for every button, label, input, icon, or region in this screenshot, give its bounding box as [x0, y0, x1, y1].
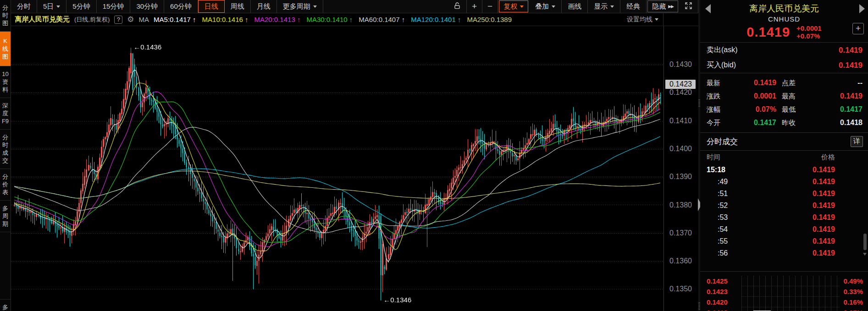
ladder-grid	[741, 297, 840, 307]
sidebar-item-depth-f9[interactable]: 深度F9	[0, 98, 11, 130]
period-5min-label: 5分钟	[72, 2, 90, 11]
zoom-out-button[interactable]: −	[482, 0, 498, 13]
fullscreen-button[interactable]	[679, 0, 698, 13]
classic-label: 经典	[626, 2, 640, 11]
overlay-button[interactable]: 叠加	[529, 0, 562, 13]
zoom-in-label: +	[472, 1, 477, 11]
lock-button[interactable]	[448, 0, 467, 13]
price-change: +0.0001 +0.07%	[796, 24, 822, 40]
stat-value: 0.1417	[810, 104, 862, 115]
period-30min-tab[interactable]: 30分钟	[130, 0, 164, 13]
sidebar-item-f10-info[interactable]: 10资料	[0, 66, 11, 98]
ma-settings-button[interactable]: 设置均线	[627, 16, 660, 24]
chevron-down-icon	[552, 5, 555, 8]
period-timeshare-tab[interactable]: 分时	[11, 0, 37, 13]
tick-row: :560.1419	[700, 247, 868, 259]
add-to-watchlist-button[interactable]: +	[852, 23, 864, 34]
period-more-tab[interactable]: 更多周期	[277, 0, 323, 13]
chart-main-area: 分时5日5分钟15分钟30分钟60分钟日线周线月线更多周期 +−复权叠加画线显示…	[11, 0, 698, 311]
zoom-in-button[interactable]: +	[467, 0, 482, 13]
chevron-down-icon	[520, 5, 524, 8]
stat-label: 今开	[707, 117, 732, 129]
period-5min-tab[interactable]: 5分钟	[66, 0, 96, 13]
scrollbar-thumb[interactable]	[863, 234, 867, 250]
chart-mode-label: (日线,前复权)	[74, 16, 110, 24]
tick-section-header: 分时成交 详	[700, 133, 868, 150]
tick-detail-button[interactable]: 详	[851, 136, 863, 147]
sidebar-item-kline-chart[interactable]: K线图	[0, 32, 11, 66]
sidebar-item-timeshare-chart[interactable]: 分时图	[0, 0, 11, 32]
ma-prefix-label: MA	[139, 16, 149, 23]
chart-header: 离岸人民币兑美元 (日线,前复权) ? ⚙ MA MA5:0.1417 ↑MA1…	[11, 13, 663, 26]
chevron-down-icon	[313, 5, 317, 8]
ladder-price: 0.1423	[700, 288, 735, 295]
bid-label: 买入(bid)	[707, 60, 736, 70]
draw-line-button[interactable]: 画线	[562, 0, 588, 13]
period-tabs: 分时5日5分钟15分钟30分钟60分钟日线周线月线更多周期	[11, 0, 323, 13]
candlestick-plot[interactable]: ←0.1436←0.1346	[11, 26, 663, 311]
ladder-grid	[741, 307, 840, 311]
sidebar-item-label: 图	[2, 19, 8, 27]
tick-time: :54	[707, 225, 728, 234]
tick-row: :510.1419	[700, 188, 868, 200]
period-5d-label: 5日	[43, 2, 54, 11]
next-instrument-icon[interactable]	[859, 4, 865, 13]
quote-title: 离岸人民币兑美元	[700, 2, 868, 15]
ladder-price: 0.1425	[700, 277, 735, 285]
quote-symbol: CNHUSD	[700, 15, 868, 24]
period-5d-tab[interactable]: 5日	[37, 0, 66, 13]
stat-label: 最低	[776, 104, 810, 115]
period-weekly-tab[interactable]: 周线	[225, 0, 251, 13]
stat-value: 0.0001	[732, 90, 776, 102]
price-ladder: 0.14250.49%0.14230.33%0.14200.16%0.14190…	[700, 271, 868, 311]
period-weekly-label: 周线	[231, 2, 244, 11]
ask-row: 卖出(ask) 0.1419	[700, 43, 868, 58]
sidebar-item-tick-trades[interactable]: 分时成交	[0, 130, 11, 169]
chevron-down-icon	[56, 5, 60, 8]
ma-legend-ma120: MA120:0.1401 ↑	[411, 16, 461, 23]
sidebar-item-label: 图	[2, 53, 8, 60]
sidebar-item-label: 成	[2, 149, 8, 157]
period-15min-tab[interactable]: 15分钟	[97, 0, 131, 13]
y-axis-tick: 0.1370	[669, 229, 692, 238]
prev-instrument-icon[interactable]	[705, 4, 711, 13]
period-60min-label: 60分钟	[170, 2, 192, 11]
scroll-down-icon[interactable]	[863, 253, 867, 256]
candlestick-canvas[interactable]	[11, 26, 663, 311]
ladder-percent: 0.33%	[843, 288, 868, 295]
ladder-grid	[741, 286, 840, 297]
sidebar-item-multi-period[interactable]: 多周期	[0, 201, 11, 232]
stat-label: 点差	[776, 77, 810, 89]
adjust-button[interactable]: 复权	[499, 0, 528, 12]
tick-price: 0.1419	[813, 178, 835, 186]
sidebar-item-multi-day[interactable]: 多	[0, 299, 11, 311]
help-icon[interactable]: ?	[114, 16, 122, 24]
zoom-out-label: −	[487, 1, 492, 11]
chevron-down-icon	[655, 18, 658, 21]
y-axis-tick: 0.1420	[669, 88, 692, 97]
sidebar-item-label: 度	[2, 109, 8, 117]
sidebar-item-label: 时	[2, 141, 8, 149]
chart-header-row: 离岸人民币兑美元 (日线,前复权) ? ⚙ MA MA5:0.1417 ↑MA1…	[11, 13, 698, 26]
tick-row: :520.1419	[700, 200, 868, 212]
gear-icon[interactable]: ⚙	[127, 15, 134, 24]
tick-price: 0.1419	[813, 202, 835, 210]
top-toolbar: 分时5日5分钟15分钟30分钟60分钟日线周线月线更多周期 +−复权叠加画线显示…	[11, 0, 698, 13]
period-monthly-tab[interactable]: 月线	[251, 0, 277, 13]
lock-icon	[454, 2, 460, 11]
draw-line-label: 画线	[568, 2, 581, 11]
quote-stats: 最新0.1419点差--涨跌0.0001最高0.1419涨幅0.07%最低0.1…	[700, 73, 868, 132]
ladder-grid	[741, 276, 840, 286]
stat-label: 昨收	[776, 117, 810, 129]
classic-button[interactable]: 经典	[620, 0, 647, 13]
display-button[interactable]: 显示	[588, 0, 620, 13]
period-60min-tab[interactable]: 60分钟	[164, 0, 198, 13]
sidebar-item-label: 周	[2, 212, 8, 220]
tick-time: :55	[707, 237, 728, 246]
y-axis-tick: 0.1410	[669, 116, 692, 125]
sidebar-item-label: 资	[2, 78, 8, 86]
sidebar-item-price-table[interactable]: 分价表	[0, 169, 11, 201]
hide-button[interactable]: 隐藏▶▶	[647, 0, 678, 12]
period-daily-tab[interactable]: 日线	[198, 0, 225, 13]
tick-row: :540.1419	[700, 224, 868, 235]
